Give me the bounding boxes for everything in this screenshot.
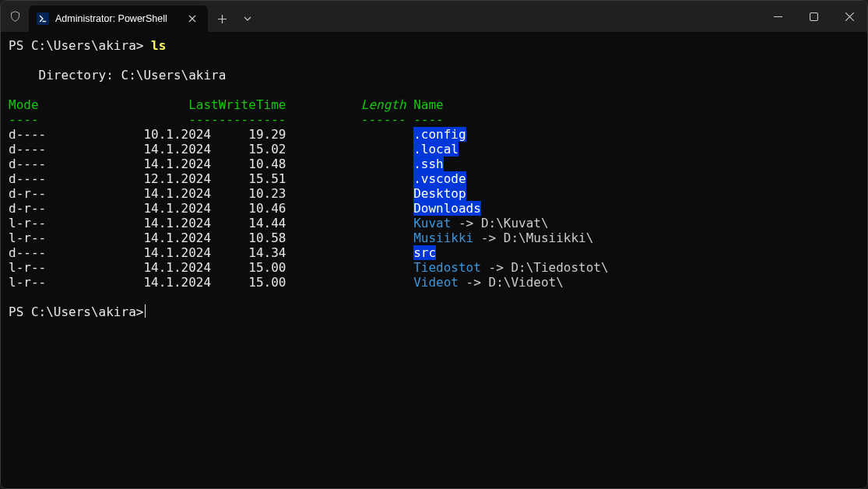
entry-name: .ssh bbox=[413, 157, 444, 171]
entry-name: Downloads bbox=[413, 201, 481, 216]
tab-title: Administrator: PowerShell bbox=[55, 13, 178, 24]
listing-row: d---- 12.1.2024 15.51 .vscode bbox=[9, 171, 866, 186]
entry-name: Musiikki bbox=[413, 230, 473, 245]
listing-row: l-r-- 14.1.2024 15.00 Tiedostot -> D:\Ti… bbox=[9, 260, 866, 275]
minimize-button[interactable] bbox=[760, 1, 796, 32]
tab-dropdown-icon[interactable] bbox=[236, 5, 259, 32]
listing-row: d---- 14.1.2024 14.34 src bbox=[9, 245, 866, 260]
cursor bbox=[145, 304, 146, 318]
svg-rect-1 bbox=[810, 12, 817, 20]
listing-row: l-r-- 14.1.2024 10.58 Musiikki -> D:\Mus… bbox=[9, 230, 866, 245]
command-text: ls bbox=[151, 38, 166, 53]
admin-shield-icon bbox=[1, 1, 29, 32]
prompt-current: PS C:\Users\akira> bbox=[9, 304, 143, 319]
listing-row: l-r-- 14.1.2024 14.44 Kuvat -> D:\Kuvat\ bbox=[9, 216, 866, 230]
directory-label: Directory: C:\Users\akira bbox=[9, 68, 866, 83]
terminal-body[interactable]: PS C:\Users\akira> ls Directory: C:\User… bbox=[1, 32, 867, 488]
entry-name: .local bbox=[413, 142, 459, 157]
tab-active[interactable]: Administrator: PowerShell bbox=[29, 5, 208, 32]
terminal-window: Administrator: PowerShell PS C:\Users\ak… bbox=[0, 0, 868, 489]
maximize-button[interactable] bbox=[796, 1, 831, 32]
entry-name: Kuvat bbox=[413, 216, 451, 230]
entry-name: .vscode bbox=[413, 171, 466, 186]
close-button[interactable] bbox=[831, 1, 867, 32]
entry-name: Desktop bbox=[413, 186, 466, 201]
titlebar[interactable]: Administrator: PowerShell bbox=[1, 1, 867, 32]
listing-row: d-r-- 14.1.2024 10.46 Downloads bbox=[9, 201, 866, 216]
powershell-icon bbox=[37, 12, 49, 25]
entry-name: .config bbox=[413, 127, 466, 142]
scrollbar-vertical[interactable] bbox=[856, 31, 867, 488]
entry-name: Videot bbox=[413, 275, 459, 290]
tab-close-icon[interactable] bbox=[184, 11, 200, 26]
new-tab-button[interactable] bbox=[208, 5, 236, 32]
entry-name: src bbox=[413, 245, 436, 260]
listing-row: d---- 14.1.2024 15.02 .local bbox=[9, 142, 866, 157]
listing-row: d---- 14.1.2024 10.48 .ssh bbox=[9, 157, 866, 171]
listing-row: l-r-- 14.1.2024 15.00 Videot -> D:\Video… bbox=[9, 275, 866, 290]
entry-name: Tiedostot bbox=[413, 260, 481, 275]
listing-row: d-r-- 14.1.2024 10.23 Desktop bbox=[9, 186, 866, 201]
listing-row: d---- 10.1.2024 19.29 .config bbox=[9, 127, 866, 142]
